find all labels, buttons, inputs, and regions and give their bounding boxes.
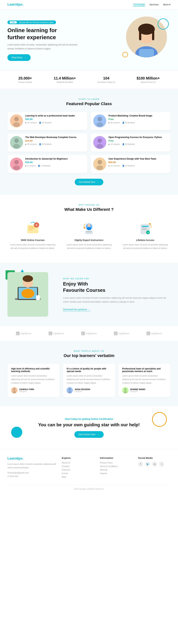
- course-price: Free: [108, 139, 162, 142]
- course-lessons: ▶ 20 Lessons: [25, 122, 37, 124]
- social-icon-1[interactable]: 🐦: [145, 462, 150, 467]
- footer-explore-link[interactable]: About Us: [62, 462, 94, 464]
- cta-button[interactable]: Get Contact Now →: [74, 431, 103, 438]
- brand-logo[interactable]: Learntips.: [7, 2, 23, 6]
- cta-section: Start today for getting Online Certifica…: [0, 406, 178, 449]
- course-students: 👤 56 Students: [122, 122, 135, 124]
- badge-text: Special offer for first-time customers a…: [19, 21, 54, 24]
- stats-section: 25.000+ Course Creator 11.4 Million+ Stu…: [0, 70, 178, 89]
- test-author: ANSA DICKENS Designer: [67, 387, 111, 394]
- nav-homepage[interactable]: Homepage: [133, 3, 145, 6]
- footer-phone: ✆ 0123 456: [7, 475, 56, 478]
- svg-point-65: [13, 388, 15, 390]
- svg-text:L: L: [147, 333, 149, 335]
- svg-text:L: L: [17, 333, 18, 335]
- footer-brand-desc: Lorem ipsum dolor sit amet consectetur a…: [7, 462, 56, 469]
- svg-rect-29: [29, 228, 34, 229]
- course-title: The Web Developer Bootcamp Complete Cour…: [25, 136, 76, 138]
- social-icon-0[interactable]: f: [138, 462, 143, 467]
- get-started-button[interactable]: Get Started Now →: [75, 179, 103, 186]
- svg-point-17: [13, 144, 20, 148]
- course-card[interactable]: User Experience Design with Your Best Te…: [91, 155, 171, 173]
- test-card-text: Lorem ipsum dolor sit amet consectetur a…: [122, 374, 167, 384]
- social-icon-2[interactable]: in: [152, 462, 157, 467]
- footer-copyright: 2022 Learntips. All Rights Reserved.: [7, 485, 171, 490]
- svg-point-38: [84, 227, 85, 229]
- course-card[interactable]: Product Marketing: Creative Brand Image …: [91, 112, 171, 130]
- course-grid: Learning to write as a professional team…: [7, 112, 171, 173]
- footer-info-link[interactable]: Terms & Conditions: [100, 465, 133, 467]
- course-title: Introduction to Javascript for Beginners: [25, 158, 68, 160]
- course-card[interactable]: Introduction to Javascript for Beginners…: [7, 155, 87, 173]
- course-thumbnail: [93, 136, 106, 149]
- hero-cta-button[interactable]: Read More →: [7, 54, 31, 61]
- diff-grid: 5 5000 Online Courses Lorem ipsum dolor …: [7, 218, 171, 254]
- enjoy-heading: Enjoy WithFavourite Courses: [63, 281, 171, 294]
- svg-text:5: 5: [36, 224, 37, 226]
- course-meta: ▶ 10 Lessons 👤 16 Students: [108, 165, 156, 167]
- svg-rect-6: [139, 29, 141, 40]
- stat-num-courses: 25.000+: [18, 76, 32, 80]
- footer-explore-link[interactable]: Instructor: [62, 469, 94, 471]
- diff-description: Lorem ipsum dolor sit amet consectetur a…: [9, 243, 56, 250]
- test-label: WHAT PEOPLE ABOUT US: [7, 350, 171, 352]
- svg-point-14: [96, 122, 103, 127]
- course-meta: ▶ 20 Lessons 👤 20 Students: [25, 122, 75, 124]
- hero-description: Lorem ipsum dolor sit amet, consectetur …: [7, 43, 82, 50]
- author-name: ZAHRAA YORK: [19, 388, 34, 390]
- stat-num-countries: 104: [98, 76, 115, 80]
- footer-explore-link[interactable]: Events: [62, 472, 94, 474]
- svg-point-66: [12, 391, 16, 394]
- test-card-text: Lorem ipsum dolor sit amet consectetur a…: [67, 374, 111, 384]
- nav-links: Homepage Services More: [133, 3, 171, 6]
- nav-more[interactable]: More: [163, 3, 171, 6]
- footer-explore-link[interactable]: Courses: [62, 465, 94, 467]
- test-card-title: Professional team of specialists and pas…: [122, 368, 167, 372]
- social-icon-3[interactable]: t: [159, 462, 164, 467]
- course-card[interactable]: The Web Developer Bootcamp Complete Cour…: [7, 133, 87, 152]
- svg-point-23: [13, 166, 20, 170]
- footer-social-title: Social Media: [138, 456, 171, 459]
- svg-point-13: [98, 117, 102, 121]
- partner-logo: L logolipsum: [147, 332, 162, 335]
- svg-rect-7: [152, 29, 154, 40]
- course-price: $14.00: [25, 139, 76, 142]
- stat-course-creator: 25.000+ Course Creator: [18, 76, 32, 83]
- footer-info-link[interactable]: Privacy Policy: [100, 462, 133, 464]
- course-thumbnail: [10, 136, 23, 149]
- testimonial-card: high level of efficiency and scientific …: [7, 364, 59, 397]
- svg-point-26: [96, 166, 103, 170]
- course-thumbnail: [93, 158, 106, 170]
- footer-social: Social Media f🐦int: [138, 456, 171, 479]
- course-info: The Web Developer Bootcamp Complete Cour…: [25, 136, 76, 145]
- course-card[interactable]: Open Programming Courses for Everyone: P…: [91, 133, 171, 152]
- footer-info-link[interactable]: Support: [100, 472, 133, 474]
- diff-card: 5 5000 Online Courses Lorem ipsum dolor …: [7, 218, 58, 254]
- svg-rect-37: [86, 232, 92, 232]
- footer-info-link[interactable]: Sitemap: [100, 469, 133, 471]
- course-meta: ▶ 12 Lessons 👤 34 Students: [108, 143, 162, 145]
- svg-point-25: [98, 160, 102, 164]
- course-info: Learning to write as a professional team…: [25, 114, 75, 124]
- stat-countries: 104 Countries Using Us: [98, 76, 115, 83]
- stat-label-courses: Course Creator: [18, 81, 32, 83]
- svg-point-71: [124, 388, 127, 390]
- svg-point-51: [23, 275, 33, 282]
- footer-explore-link[interactable]: Blog: [62, 476, 94, 478]
- author-info: ZAHRAA YORK Designer: [19, 388, 34, 392]
- course-card[interactable]: Learning to write as a professional team…: [7, 112, 87, 130]
- partner-logo: L logolipsum: [16, 332, 31, 335]
- course-price: $34.00: [25, 161, 68, 164]
- test-card-text: Lorem ipsum dolor sit amet consectetur a…: [11, 374, 56, 384]
- author-info: BONNIE WAMO Designer: [130, 388, 145, 392]
- course-lessons: ▶ 12 Lessons: [108, 143, 120, 145]
- footer-logo: Learntips.: [7, 456, 56, 460]
- download-guide-button[interactable]: Download free guidance →: [63, 308, 90, 311]
- logo-icon: L: [147, 332, 150, 335]
- diff-description: Lorem ipsum dolor sit amet consectetur a…: [65, 243, 112, 250]
- enjoy-content: WHAT WE DOING FOR Enjoy WithFavourite Co…: [63, 278, 171, 311]
- stat-label-earned: Earned From Us: [137, 81, 160, 83]
- diff-card: Highly Expert Instructors Lorem ipsum do…: [64, 218, 114, 254]
- nav-services[interactable]: Services: [150, 3, 159, 6]
- testimonial-card: Professional team of specialists and pas…: [119, 364, 171, 397]
